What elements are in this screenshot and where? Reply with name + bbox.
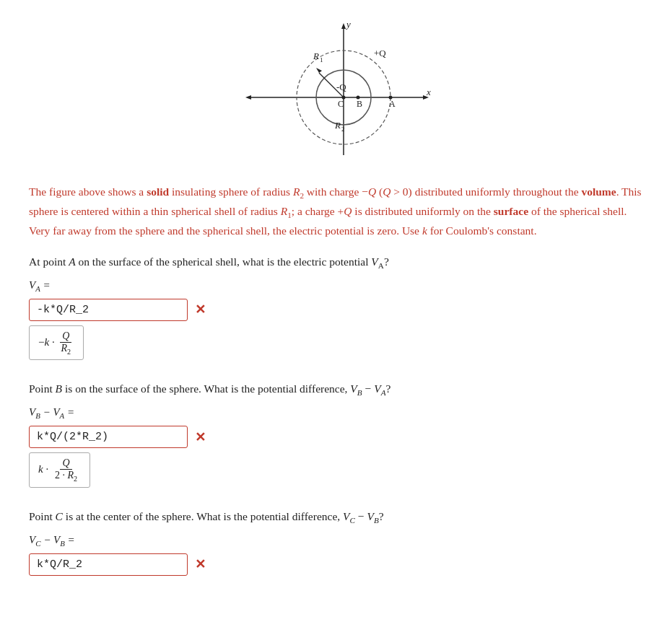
q3-wrong-icon: ✕ bbox=[195, 556, 206, 572]
q2-wrong-icon: ✕ bbox=[195, 429, 206, 445]
bold-volume: volume bbox=[581, 185, 616, 198]
question-1-section: At point A on the surface of the spheric… bbox=[29, 253, 643, 374]
question-3-text: Point C is at the center of the sphere. … bbox=[29, 508, 643, 527]
point-C-label: C bbox=[338, 99, 344, 109]
svg-marker-12 bbox=[316, 68, 322, 73]
R1-label: R bbox=[313, 51, 319, 61]
R2-subscript: 2 bbox=[341, 126, 345, 133]
question-1-text: At point A on the surface of the spheric… bbox=[29, 253, 643, 272]
problem-description: The figure above shows a solid insulatin… bbox=[29, 183, 643, 240]
physics-diagram: x y R 1 R 2 +Q -Q C B A bbox=[235, 22, 437, 166]
q3-answer-row: ✕ bbox=[29, 553, 643, 576]
x-axis-label: x bbox=[426, 87, 431, 97]
q1-answer-row: ✕ bbox=[29, 299, 643, 321]
q1-denominator: R2 bbox=[58, 343, 73, 356]
q1-var-label: VA = bbox=[29, 279, 643, 293]
q1-formula-box: −k · Q R2 bbox=[29, 325, 84, 361]
y-axis-label: y bbox=[345, 22, 351, 30]
svg-marker-3 bbox=[245, 95, 251, 100]
q2-formula-box: k · Q 2 · R2 bbox=[29, 452, 90, 488]
R1-subscript: 1 bbox=[320, 56, 323, 63]
q1-wrong-icon: ✕ bbox=[195, 302, 206, 317]
q2-denominator: 2 · R2 bbox=[53, 470, 79, 483]
q2-input[interactable] bbox=[29, 426, 188, 448]
question-2-section: Point B is on the surface of the sphere.… bbox=[29, 380, 643, 501]
q2-fraction: Q 2 · R2 bbox=[53, 457, 79, 483]
bold-surface: surface bbox=[494, 205, 528, 217]
diagram-container: x y R 1 R 2 +Q -Q C B A bbox=[29, 22, 643, 166]
question-2-text: Point B is on the surface of the sphere.… bbox=[29, 380, 643, 399]
svg-marker-5 bbox=[341, 23, 346, 29]
bold-solid: solid bbox=[147, 185, 169, 198]
plus-Q-label: +Q bbox=[374, 48, 386, 58]
R2-text: R bbox=[293, 185, 300, 198]
minus-Q-label: -Q bbox=[336, 82, 346, 92]
q2-var-label: VB − VA = bbox=[29, 406, 643, 420]
point-A-label: A bbox=[389, 99, 396, 109]
q1-input[interactable] bbox=[29, 299, 188, 321]
q3-input[interactable] bbox=[29, 553, 188, 576]
q1-numerator: Q bbox=[60, 330, 71, 343]
q2-answer-row: ✕ bbox=[29, 426, 643, 448]
question-3-section: Point C is at the center of the sphere. … bbox=[29, 508, 643, 576]
point-B-label: B bbox=[357, 99, 362, 109]
R2-label: R bbox=[334, 120, 341, 131]
q2-numerator: Q bbox=[60, 457, 71, 470]
q3-var-label: VC − VB = bbox=[29, 534, 643, 548]
q1-fraction: Q R2 bbox=[58, 330, 73, 356]
